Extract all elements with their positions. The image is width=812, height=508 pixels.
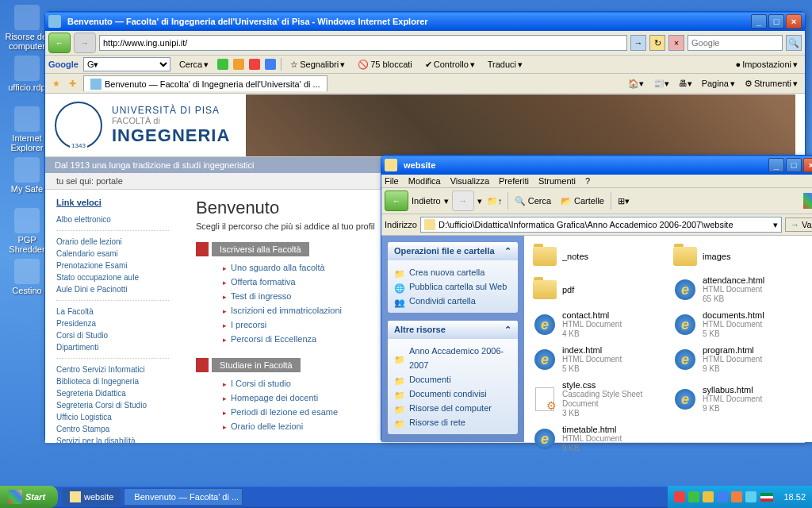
stop-button[interactable]: × xyxy=(668,35,684,51)
exp-back-button[interactable]: ← xyxy=(385,190,408,211)
google-icon-4[interactable] xyxy=(265,59,276,70)
task-link[interactable]: 📁Risorse di rete xyxy=(394,415,511,429)
file-item[interactable]: edocuments.htmlHTML Document5 KB xyxy=(671,309,802,341)
collapse-icon[interactable]: ⌃ xyxy=(504,325,511,335)
nav-link[interactable]: La Facoltà xyxy=(56,306,169,318)
desktop-icon-ufficio.rdp[interactable]: ufficio.rdp xyxy=(3,56,51,92)
traduci-button[interactable]: Traduci ▾ xyxy=(484,58,527,71)
exp-up-button[interactable]: 📁↑ xyxy=(485,191,504,210)
nav-link[interactable]: Orario delle lezioni xyxy=(56,236,169,248)
desktop-icon-internet-explorer[interactable]: Internet Explorer xyxy=(3,106,51,152)
search-button[interactable]: 🔍 xyxy=(786,35,802,51)
impostazioni-button[interactable]: ● Impostazioni▾ xyxy=(732,58,802,71)
menu-modifica[interactable]: Modifica xyxy=(408,176,441,186)
collapse-icon[interactable]: ⌃ xyxy=(504,246,511,256)
exp-close-button[interactable]: × xyxy=(803,158,812,172)
nav-link[interactable]: Presidenza xyxy=(56,318,169,329)
tasks-files-heading[interactable]: Operazioni file e cartella⌃ xyxy=(388,242,518,260)
exp-cerca-button[interactable]: 🔍 Cerca xyxy=(511,194,554,208)
close-button[interactable]: × xyxy=(786,14,802,29)
taskbar-task[interactable]: website xyxy=(63,488,121,506)
nav-link[interactable]: Prenotazione Esami xyxy=(56,260,169,271)
controllo-button[interactable]: ✔ Controllo ▾ xyxy=(421,58,479,71)
exp-cartelle-button[interactable]: 📂 Cartelle xyxy=(557,194,607,208)
tray-icon[interactable] xyxy=(731,491,742,502)
nav-link[interactable]: Centro Servizi Informatici xyxy=(56,364,169,375)
exp-forward-button[interactable]: → xyxy=(452,190,474,211)
tray-icon[interactable] xyxy=(745,491,756,502)
task-link[interactable]: 📁Documenti condivisi xyxy=(394,387,511,401)
exp-views-button[interactable]: ⊞▾ xyxy=(615,194,633,208)
start-button[interactable]: Start xyxy=(0,486,58,508)
nav-link[interactable]: Calendario esami xyxy=(56,248,169,260)
refresh-button[interactable]: ↻ xyxy=(649,35,665,51)
exp-address-input[interactable]: D:\ufficio\Didattica\Informatica Grafica… xyxy=(420,217,782,233)
tray-icon[interactable] xyxy=(703,491,714,502)
file-item[interactable]: econtact.htmlHTML Document4 KB xyxy=(530,309,661,341)
google-icon-3[interactable] xyxy=(249,59,260,70)
google-icon-1[interactable] xyxy=(217,59,228,70)
file-item[interactable]: style.cssCascading Style Sheet Document3… xyxy=(530,379,661,420)
menu-visualizza[interactable]: Visualizza xyxy=(450,176,489,186)
taskbar-task[interactable]: Benvenuto — Facolta' di ... xyxy=(124,488,243,506)
clock[interactable]: 18.52 xyxy=(783,492,806,502)
search-input[interactable] xyxy=(688,35,783,51)
explorer-titlebar[interactable]: website _ □ × xyxy=(381,156,812,175)
back-button[interactable]: ← xyxy=(48,33,71,53)
menu-?[interactable]: ? xyxy=(585,176,590,186)
maximize-button[interactable]: □ xyxy=(768,14,784,29)
google-search-select[interactable]: G▾ xyxy=(83,57,170,71)
google-cerca-button[interactable]: Cerca ▾ xyxy=(175,58,213,71)
strumenti-menu[interactable]: ⚙ Strumenti ▾ xyxy=(741,76,802,91)
file-item[interactable]: _notes xyxy=(530,242,661,271)
tray-icon[interactable] xyxy=(688,491,699,502)
tray-icon[interactable] xyxy=(674,491,685,502)
task-link[interactable]: 👥Condividi cartella xyxy=(394,294,511,308)
task-link[interactable]: 📁Crea nuova cartella xyxy=(394,265,511,279)
tray-icon[interactable] xyxy=(717,491,728,502)
system-tray[interactable]: 18.52 xyxy=(668,486,812,508)
file-item[interactable]: eattendance.htmlHTML Document65 KB xyxy=(671,274,802,306)
minimize-button[interactable]: _ xyxy=(751,14,767,29)
nav-link[interactable]: Dipartimenti xyxy=(56,341,169,353)
exp-minimize-button[interactable]: _ xyxy=(768,158,784,172)
ie-titlebar[interactable]: Benvenuto — Facolta' di Ingegneria dell'… xyxy=(45,12,805,31)
file-item[interactable]: eindex.htmlHTML Document5 KB xyxy=(530,344,661,375)
exp-vai-button[interactable]: → Vai xyxy=(785,217,812,232)
add-favorites-icon[interactable]: ✚ xyxy=(64,75,80,91)
language-flag-icon[interactable] xyxy=(760,493,773,502)
file-item[interactable]: esyllabus.htmlHTML Document9 KB xyxy=(671,379,802,420)
nav-link[interactable]: Centro Stampa xyxy=(56,423,169,435)
feeds-icon[interactable]: 📰▾ xyxy=(649,76,673,91)
nav-link[interactable]: Ufficio Logistica xyxy=(56,411,169,423)
desktop-icon-risorse-del-computer[interactable]: Risorse del computer xyxy=(3,5,51,51)
address-input[interactable] xyxy=(99,35,627,51)
task-link[interactable]: 📁Risorse del computer xyxy=(394,401,511,415)
google-icon-2[interactable] xyxy=(233,59,244,70)
file-item[interactable]: pdf xyxy=(530,274,661,306)
forward-button[interactable]: → xyxy=(74,33,96,53)
task-link[interactable]: 📁Anno Accademico 2006-2007 xyxy=(394,344,511,372)
nav-link[interactable]: Biblioteca di Ingegneria xyxy=(56,375,169,387)
nav-link[interactable]: Segreteria Corsi di Studio xyxy=(56,399,169,411)
nav-link[interactable]: Stato occupazione aule xyxy=(56,271,169,283)
menu-file[interactable]: File xyxy=(385,176,399,186)
desktop-icon-cestino[interactable]: Cestino xyxy=(3,259,51,295)
go-button[interactable]: → xyxy=(630,35,646,51)
nav-link[interactable]: Servizi per la disabilità xyxy=(56,435,169,443)
explorer-file-list[interactable]: _notesimagespdfeattendance.htmlHTML Docu… xyxy=(524,236,812,442)
browser-tab[interactable]: Benvenuto — Facolta' di Ingegneria dell'… xyxy=(83,75,327,91)
menu-strumenti[interactable]: Strumenti xyxy=(538,176,576,186)
file-item[interactable]: eprogram.htmlHTML Document9 KB xyxy=(671,344,802,375)
nav-link[interactable]: Segreteria Didattica xyxy=(56,387,169,399)
file-item[interactable]: etimetable.htmlHTML Document9 KB xyxy=(530,423,661,455)
pagina-menu[interactable]: Pagina ▾ xyxy=(698,76,739,91)
exp-maximize-button[interactable]: □ xyxy=(786,158,802,172)
favorites-star-icon[interactable]: ★ xyxy=(48,75,64,91)
menu-preferiti[interactable]: Preferiti xyxy=(499,176,529,186)
nav-link[interactable]: Aule Dini e Pacinotti xyxy=(56,283,169,295)
home-icon[interactable]: 🏠▾ xyxy=(624,76,648,91)
task-link[interactable]: 📁Documenti xyxy=(394,372,511,387)
print-icon[interactable]: 🖶▾ xyxy=(675,76,696,91)
file-item[interactable]: images xyxy=(671,242,802,271)
